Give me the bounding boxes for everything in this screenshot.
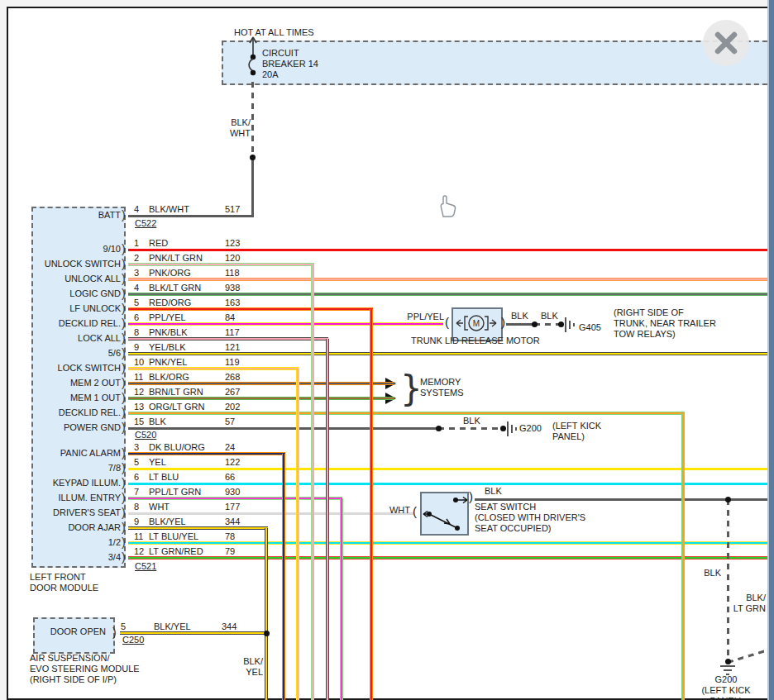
- pin-connector-arc: ): [122, 208, 126, 221]
- motor-conn-close: ): [501, 317, 505, 327]
- pin-row-label: BATT: [15, 210, 121, 221]
- wire-v-red-org: [370, 309, 373, 700]
- wire-color-name: BLK/LT GRN: [149, 283, 201, 293]
- pin-number: 12: [134, 546, 144, 557]
- pin-connector-arc: ): [122, 536, 126, 549]
- circuit-number: 79: [225, 546, 235, 557]
- connector-c521-label: C521: [135, 561, 156, 572]
- pin-number: 5: [134, 298, 139, 308]
- wire-color-name: PNK/ORG: [149, 268, 191, 279]
- circuit-number: 123: [225, 238, 240, 249]
- wire-color-name: PNK/BLK: [149, 327, 187, 338]
- pin-connector-arc: ): [122, 257, 126, 270]
- ground-icon-g200-mid: [505, 421, 518, 437]
- circuit-number: 57: [225, 417, 235, 427]
- pin-number: 3: [134, 442, 139, 453]
- circuit-number: 344: [225, 517, 240, 527]
- pin-row-label: DOOR AJAR: [15, 522, 121, 533]
- pin-connector-arc: ): [122, 446, 126, 460]
- pin-number: 11: [134, 531, 143, 542]
- connector-c520-label: C520: [135, 430, 156, 440]
- air-suspension-line3: (RIGHT SIDE OF I/P): [30, 674, 117, 685]
- g200-mid-location-line1: (LEFT KICK: [552, 421, 601, 431]
- wire-color-name: YEL: [149, 457, 166, 468]
- junction-dot: [558, 321, 564, 327]
- wire-color-name: BLK/ORG: [149, 372, 189, 383]
- wire-v-pnk-ltgrn: [311, 264, 314, 700]
- wire-color-name: BLK/WHT: [149, 204, 189, 215]
- motor-conn-open: (: [445, 317, 449, 327]
- seat-in-color: WHT: [389, 505, 410, 516]
- pin-connector-arc: ): [122, 361, 126, 374]
- wire-v-blk-yel: [265, 528, 268, 700]
- pin-number: 8: [134, 502, 139, 512]
- memory-systems-line2: SYSTEMS: [420, 388, 464, 398]
- pin-number: 3: [134, 268, 139, 279]
- circuit-breaker-icon: [245, 35, 261, 79]
- wire-blk-57-solid: [128, 427, 438, 430]
- feed-color-line1: BLK/: [231, 117, 251, 128]
- g200-bottom-label: G200: [715, 674, 738, 685]
- wire-color-name: BLK/YEL: [149, 517, 186, 527]
- wire-color-name: LT BLU: [149, 472, 179, 483]
- door-drop-color-1: BLK/: [243, 656, 263, 667]
- wire-color-name: PPL/LT GRN: [149, 487, 201, 498]
- g200-mid-label: G200: [519, 423, 542, 434]
- wire-door-blk-yel: [120, 631, 267, 635]
- trunk-motor-name: TRUNK LID RELEASE MOTOR: [411, 336, 540, 346]
- pin-number: 5: [134, 457, 139, 468]
- motor-splice-color: BLK: [541, 311, 558, 321]
- pin-connector-arc: ): [122, 506, 126, 519]
- wire-color-name: YEL/BLK: [149, 342, 186, 353]
- wire-color-name: ORG/LT GRN: [149, 402, 204, 412]
- pin-number: 1: [134, 238, 139, 249]
- seat-switch-name-line2: (CLOSED WITH DRIVER'S: [475, 512, 585, 523]
- pin-number: 9: [134, 342, 139, 353]
- pin-row-label: 9/10: [15, 244, 121, 255]
- trunk-motor-location-line3: TOW RELAYS): [614, 329, 676, 340]
- g200-mid-location-line2: PANEL): [552, 431, 585, 442]
- pin-number: 15: [134, 417, 144, 427]
- circuit-number: 118: [225, 268, 240, 279]
- pin-connector-arc: ): [122, 346, 126, 360]
- pin-connector-arc: ): [122, 302, 126, 315]
- circuit-number: 119: [225, 357, 240, 368]
- wire-motor-blk-dash: [534, 323, 561, 326]
- wire-breaker-drop: [251, 156, 254, 217]
- pin-connector-arc: ): [122, 287, 126, 300]
- pin-row-label: LOCK SWITCH: [15, 363, 121, 374]
- pin-number: 13: [134, 402, 144, 412]
- circuit-number: 177: [225, 502, 240, 512]
- pin-number: 9: [134, 517, 139, 527]
- pin-connector-arc: ): [122, 421, 126, 434]
- junction-dot: [532, 321, 538, 327]
- wire-color-name: PPL/YEL: [149, 312, 186, 323]
- wire-color-name: WHT: [149, 502, 170, 512]
- junction-dot: [264, 631, 270, 636]
- circuit-number: 122: [225, 457, 240, 468]
- junction-dot: [725, 497, 731, 502]
- pin-connector-arc: ): [122, 406, 126, 419]
- pin-connector-arc: ): [122, 376, 126, 389]
- door-open-label: DOOR OPEN: [37, 626, 106, 637]
- wire-breaker-drop-dash: [251, 82, 254, 156]
- pin-connector-arc: ): [122, 317, 126, 330]
- pin-connector-arc: ): [122, 272, 126, 285]
- motor-symbol: M: [473, 319, 480, 328]
- feed-color-line2: WHT: [230, 128, 251, 139]
- seat-conn-open: (: [413, 506, 417, 517]
- right-drop-color: BLK: [704, 568, 721, 579]
- pin-row-label: POWER GND: [15, 422, 121, 433]
- pin-connector-arc: ): [122, 331, 126, 345]
- circuit-number: 163: [225, 298, 240, 308]
- diagram-left-border: [7, 7, 8, 700]
- pin-number: 4: [134, 204, 139, 215]
- connector-c250-label: C250: [122, 635, 144, 645]
- circuit-number: 938: [225, 283, 240, 293]
- pin-row-label: LOCK ALL: [15, 333, 121, 344]
- close-button[interactable]: [703, 20, 749, 66]
- circuit-number: 930: [225, 487, 240, 498]
- pin-number: 11: [134, 372, 143, 383]
- wire-color-name: PNK/LT GRN: [149, 253, 203, 264]
- breaker-name-line1: CIRCUIT: [262, 48, 299, 59]
